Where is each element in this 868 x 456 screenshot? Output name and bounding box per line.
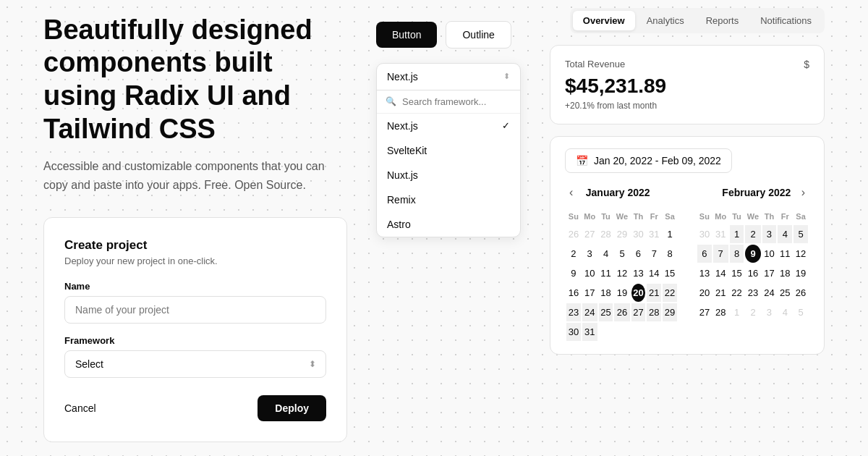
february-calendar: February 2022 › Su Mo Tu We Th Fr [696, 185, 809, 342]
table-row[interactable]: 7 [713, 245, 728, 263]
calendars-row: ‹ January 2022 Su Mo Tu We Th [565, 185, 809, 342]
framework-trigger[interactable]: Next.js ⬍ [377, 64, 520, 90]
table-row[interactable]: 28 [599, 225, 613, 243]
tab-analytics[interactable]: Analytics [637, 11, 694, 30]
table-row [647, 323, 661, 341]
deploy-button[interactable]: Deploy [258, 395, 326, 421]
table-row[interactable]: 27 [697, 303, 712, 321]
table-row [599, 323, 613, 341]
table-row[interactable]: 10 [582, 264, 597, 282]
table-row[interactable]: 31 [647, 225, 661, 243]
project-name-input[interactable] [64, 296, 326, 324]
table-row[interactable]: 23 [745, 284, 760, 302]
table-row[interactable]: 21 [647, 284, 661, 302]
table-row[interactable]: 19 [614, 284, 629, 302]
table-row[interactable]: 3 [762, 303, 777, 321]
cancel-button[interactable]: Cancel [64, 402, 96, 414]
table-row[interactable]: 6 [697, 245, 712, 263]
table-row[interactable]: 18 [778, 264, 792, 282]
table-row[interactable]: 7 [647, 245, 661, 263]
table-row[interactable]: 29 [663, 303, 677, 321]
table-row[interactable]: 12 [614, 264, 629, 282]
table-row[interactable]: 17 [582, 284, 597, 302]
table-row[interactable]: 2 [745, 303, 760, 321]
table-row[interactable]: 13 [697, 264, 712, 282]
table-row[interactable]: 27 [631, 303, 646, 321]
table-row[interactable]: 26 [793, 284, 808, 302]
next-month-button[interactable]: › [797, 185, 809, 200]
framework-option-astro[interactable]: Astro [377, 212, 520, 237]
table-row[interactable]: 26 [566, 225, 581, 243]
table-row[interactable]: 11 [599, 264, 613, 282]
table-row[interactable]: 9 [566, 264, 581, 282]
tab-reports[interactable]: Reports [696, 11, 749, 30]
table-row[interactable]: 3 [582, 245, 597, 263]
revenue-header: Total Revenue $ [565, 59, 809, 70]
table-row[interactable]: 15 [730, 264, 744, 282]
solid-button[interactable]: Button [376, 22, 437, 48]
tab-notifications[interactable]: Notifications [750, 11, 822, 30]
table-row[interactable]: 8 [663, 245, 677, 263]
framework-select[interactable]: Select [64, 350, 326, 378]
framework-option-nuxtjs[interactable]: Nuxt.js [377, 163, 520, 187]
framework-search-input[interactable] [402, 96, 511, 107]
framework-arrows-icon: ⬍ [503, 72, 510, 81]
table-row[interactable]: 12 [793, 245, 808, 263]
table-row[interactable]: 5 [793, 225, 808, 243]
table-row[interactable]: 17 [762, 264, 777, 282]
table-row[interactable]: 25 [778, 284, 792, 302]
tab-overview[interactable]: Overview [573, 11, 635, 30]
feb-col-we: We [745, 209, 760, 224]
table-row[interactable]: 8 [730, 245, 744, 263]
framework-option-sveltekit[interactable]: SvelteKit [377, 138, 520, 163]
outline-button[interactable]: Outline [446, 21, 511, 48]
table-row[interactable]: 25 [599, 303, 613, 321]
table-row[interactable]: 14 [713, 264, 728, 282]
table-row[interactable]: 29 [614, 225, 629, 243]
table-row[interactable]: 16 [745, 264, 760, 282]
table-row[interactable]: 31 [582, 323, 597, 341]
table-row[interactable]: 1 [663, 225, 677, 243]
table-row[interactable]: 31 [713, 225, 728, 243]
table-row[interactable]: 6 [631, 245, 646, 263]
feb-col-th: Th [762, 209, 777, 224]
table-row[interactable]: 28 [713, 303, 728, 321]
table-row[interactable]: 24 [582, 303, 597, 321]
table-row[interactable]: 30 [631, 225, 646, 243]
framework-option-remix[interactable]: Remix [377, 187, 520, 212]
table-row[interactable]: 1 [730, 225, 744, 243]
table-row[interactable]: 27 [582, 225, 597, 243]
feb-selected-end[interactable]: 9 [745, 245, 760, 263]
table-row[interactable]: 10 [762, 245, 777, 263]
date-range-header[interactable]: 📅 Jan 20, 2022 - Feb 09, 2022 [565, 148, 732, 173]
table-row[interactable]: 13 [631, 264, 646, 282]
table-row[interactable]: 4 [778, 303, 792, 321]
table-row[interactable]: 14 [647, 264, 661, 282]
table-row[interactable]: 28 [647, 303, 661, 321]
table-row[interactable]: 21 [713, 284, 728, 302]
table-row[interactable]: 5 [793, 303, 808, 321]
table-row[interactable]: 3 [762, 225, 777, 243]
table-row[interactable]: 22 [663, 284, 677, 302]
table-row[interactable]: 4 [778, 225, 792, 243]
framework-option-nextjs[interactable]: Next.js ✓ [377, 114, 520, 138]
table-row[interactable]: 2 [566, 245, 581, 263]
table-row[interactable]: 18 [599, 284, 613, 302]
table-row[interactable]: 26 [614, 303, 629, 321]
table-row[interactable]: 5 [614, 245, 629, 263]
table-row[interactable]: 24 [762, 284, 777, 302]
table-row[interactable]: 23 [566, 303, 581, 321]
table-row[interactable]: 4 [599, 245, 613, 263]
table-row[interactable]: 19 [793, 264, 808, 282]
jan-selected-start[interactable]: 20 [631, 284, 646, 302]
table-row[interactable]: 22 [730, 284, 744, 302]
table-row[interactable]: 16 [566, 284, 581, 302]
table-row[interactable]: 2 [745, 225, 760, 243]
table-row[interactable]: 11 [778, 245, 792, 263]
prev-month-button[interactable]: ‹ [565, 185, 577, 200]
table-row[interactable]: 30 [566, 323, 581, 341]
table-row[interactable]: 15 [663, 264, 677, 282]
table-row[interactable]: 20 [697, 284, 712, 302]
table-row[interactable]: 1 [730, 303, 744, 321]
table-row[interactable]: 30 [697, 225, 712, 243]
